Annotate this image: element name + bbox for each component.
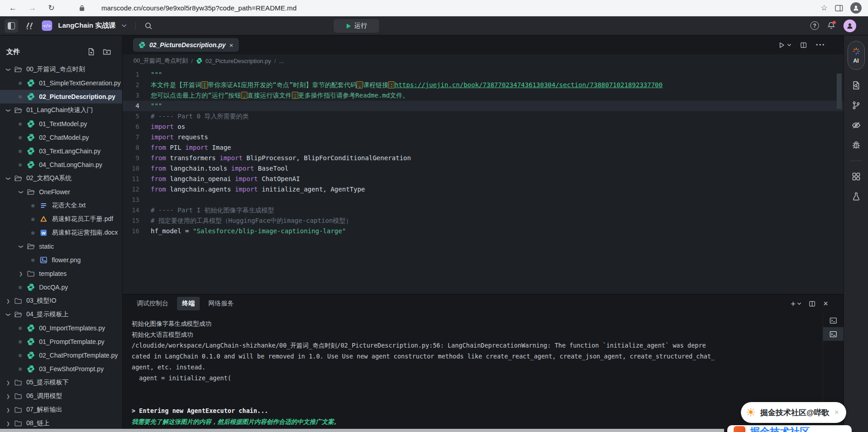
new-folder-icon[interactable] [103, 48, 111, 56]
file-label: 03_模型IO [26, 297, 56, 305]
tab-close-icon[interactable]: × [229, 42, 233, 49]
watermark-close-icon[interactable]: × [834, 408, 839, 417]
tree-folder-row[interactable]: ❯02_文档QA系统 [0, 172, 122, 185]
new-file-icon[interactable] [87, 48, 95, 56]
line-number: 8 [123, 142, 151, 153]
tree-folder-row[interactable]: ❯static [0, 240, 122, 253]
address-bar[interactable]: marscode.cn/course/9e9xol5r8yw35p?code_p… [101, 4, 296, 12]
divider [135, 22, 136, 29]
search-icon[interactable] [144, 22, 153, 30]
terminal-line: /cloudide/workspace/LangChain-shizhanke/… [132, 340, 823, 351]
line-number: 14 [123, 205, 151, 216]
user-avatar[interactable] [843, 20, 856, 32]
notifications-bell-icon[interactable] [827, 21, 835, 30]
tree-file-row[interactable]: 02_ChatModel.py [0, 131, 122, 144]
chevron-down-icon[interactable] [122, 24, 127, 27]
ai-assistant-button[interactable]: AI [848, 41, 865, 70]
file-status-dot [31, 204, 35, 207]
line-number: 10 [123, 163, 151, 174]
split-terminal-icon[interactable] [809, 300, 816, 307]
file-search-icon[interactable] [852, 81, 861, 90]
code-line: 5# ---- Part 0 导入所需要的类 [123, 111, 843, 122]
breadcrumb-file[interactable]: 02_PictureDescription.py [206, 58, 271, 64]
tree-file-row[interactable]: W易速鲜花运营指南.docx [0, 226, 122, 240]
file-status-dot [31, 231, 35, 235]
file-label: 06_调用模型 [26, 392, 62, 400]
tree-folder-row[interactable]: ❯07_解析输出 [0, 403, 122, 417]
tree-folder-row[interactable]: ❯03_模型IO [0, 294, 122, 308]
close-panel-icon[interactable]: × [823, 299, 828, 308]
editor-tab[interactable]: 02_PictureDescription.py × [133, 38, 239, 52]
tree-file-row[interactable]: 02_ChatPromptTemplate.py [0, 349, 122, 362]
bookmark-star-icon[interactable]: ☆ [821, 4, 828, 12]
chevron-icon: ❯ [5, 421, 12, 426]
code-line: 2本文件是【开篇词｜带你亲证AI应用开发的“奇点”时刻】章节的配套代码，课程链接… [123, 80, 843, 90]
extensions-grid-icon[interactable] [852, 172, 861, 181]
back-icon[interactable]: ← [9, 4, 17, 12]
tab-debug-console[interactable]: 调试控制台 [132, 297, 173, 310]
editor-scrollbar-thumb[interactable] [837, 74, 842, 109]
terminal-instance-item-active[interactable] [823, 327, 843, 341]
tree-file-row[interactable]: 00_ImportTemplates.py [0, 321, 122, 335]
file-status-dot [19, 123, 22, 126]
py-file-icon [27, 79, 35, 87]
tab-terminal[interactable]: 终端 [177, 297, 200, 310]
tree-file-row[interactable]: 02_PictureDescription.py [0, 90, 122, 103]
sidebar-toggle-icon [8, 22, 15, 29]
tree-file-row[interactable]: 花语大全.txt [0, 199, 122, 212]
code-text: from langchain.tools import BaseTool [151, 163, 288, 174]
lab-flask-icon[interactable] [852, 192, 861, 201]
split-editor-icon[interactable] [800, 42, 807, 49]
tree-folder-row[interactable]: ❯08_链上 [0, 417, 122, 430]
tree-folder-row[interactable]: ❯00_开篇词_奇点时刻 [0, 63, 122, 76]
terminal-output[interactable]: 初始化图像字幕生成模型成功初始化大语言模型成功/cloudide/workspa… [123, 313, 823, 432]
tree-folder-row[interactable]: ❯05_提示模板下 [0, 376, 122, 389]
code-text: """ [151, 69, 162, 80]
new-terminal-icon[interactable]: + [790, 299, 801, 308]
debug-bug-icon[interactable] [852, 141, 861, 150]
tree-file-row[interactable]: 03_FewShotPrompt.py [0, 362, 122, 376]
explorer-title: 文件 [6, 48, 20, 56]
line-number: 13 [123, 195, 151, 205]
tree-folder-row[interactable]: ❯04_提示模板上 [0, 308, 122, 321]
tree-file-row[interactable]: 01_TextModel.py [0, 117, 122, 131]
run-button[interactable]: 运行 [334, 19, 379, 33]
terminal-instance-item[interactable] [823, 314, 843, 327]
preview-eye-icon[interactable] [852, 121, 861, 130]
code-line: 3您可以点击最上方的“运行”按钮，直接运行该文件；更多操作指引请参考Readme… [123, 90, 843, 101]
forward-icon[interactable]: → [29, 4, 36, 12]
side-panel-icon[interactable] [835, 5, 843, 12]
code-area[interactable]: 1"""2本文件是【开篇词｜带你亲证AI应用开发的“奇点”时刻】章节的配套代码，… [123, 67, 843, 294]
tree-file-row[interactable]: 04_ChatLongChain.py [0, 158, 122, 172]
more-actions-icon[interactable]: ··· [816, 40, 825, 50]
browser-profile-avatar[interactable] [850, 2, 862, 14]
code-text: 本文件是【开篇词｜带你亲证AI应用开发的“奇点”时刻】章节的配套代码，课程链接：… [151, 80, 662, 90]
tree-folder-row[interactable]: ❯templates [0, 267, 122, 280]
tree-file-row[interactable]: 01_SimpleTextGeneration.py [0, 76, 122, 90]
breadcrumb-more[interactable]: ... [279, 58, 284, 64]
breadcrumb-folder[interactable]: 00_开篇词_奇点时刻 [133, 57, 188, 65]
git-branch-icon[interactable] [852, 101, 861, 110]
reload-icon[interactable]: ↻ [48, 4, 54, 12]
tree-file-row[interactable]: 03_TextLangChain.py [0, 144, 122, 158]
file-label: 02_文档QA系统 [26, 174, 72, 182]
tree-file-row[interactable]: 01_PromptTemplate.py [0, 335, 122, 349]
folder-icon [14, 392, 22, 400]
watermark-text: 掘金技术社区@哔歌 [760, 407, 829, 418]
project-title[interactable]: LangChain 实战课 [58, 21, 116, 30]
code-text: from langchain.agents import initialize_… [151, 184, 365, 195]
sidebar-toggle-button[interactable] [5, 19, 18, 33]
tree-folder-row[interactable]: ❯06_调用模型 [0, 389, 122, 403]
tree-folder-row[interactable]: ❯OneFlower [0, 185, 122, 199]
tab-network-service[interactable]: 网络服务 [203, 297, 239, 310]
file-label: 02_PictureDescription.py [39, 93, 115, 100]
run-file-icon[interactable] [778, 42, 791, 49]
tree-file-row[interactable]: DocQA.py [0, 280, 122, 294]
tree-file-row[interactable]: flower.png [0, 253, 122, 267]
help-icon[interactable]: ? [810, 21, 819, 30]
horizontal-scrollbar[interactable] [0, 429, 724, 432]
tree-folder-row[interactable]: ❯01_LangChain快速入门 [0, 103, 122, 117]
file-label: 02_ChatModel.py [39, 134, 89, 141]
tree-file-row[interactable]: 易速鲜花员工手册.pdf [0, 212, 122, 226]
terminal-icon [829, 330, 837, 338]
